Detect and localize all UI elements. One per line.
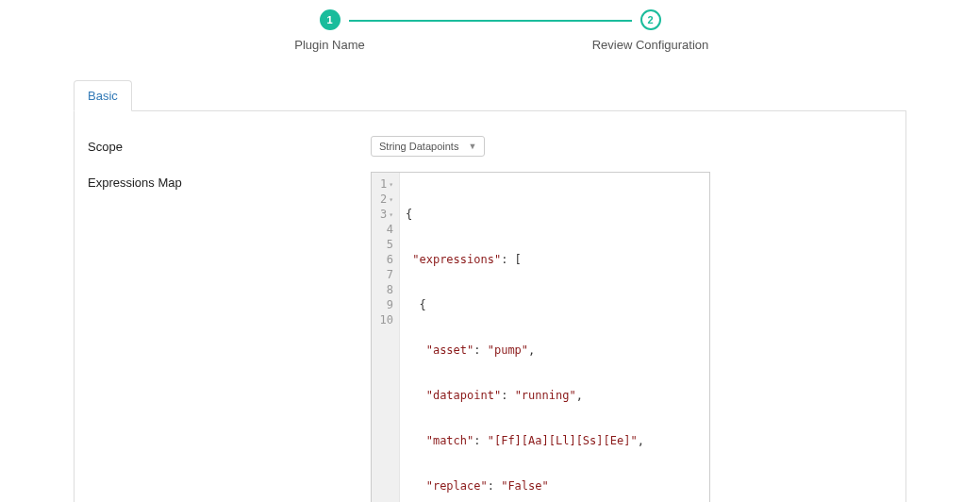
step-2-label: Review Configuration xyxy=(592,38,709,52)
step-1-label: Plugin Name xyxy=(294,38,364,52)
scope-select[interactable]: String Datapoints ▼ xyxy=(371,136,485,157)
chevron-down-icon: ▼ xyxy=(468,142,476,151)
scope-label: Scope xyxy=(88,136,371,154)
expressions-map-label: Expressions Map xyxy=(88,172,371,190)
expressions-map-editor[interactable]: 1▾ 2▾ 3▾ 4 5 6 7 8 9 10 { "expre xyxy=(371,172,710,502)
step-review-configuration: 2 Review Configuration xyxy=(538,9,764,52)
scope-select-value: String Datapoints xyxy=(379,141,458,152)
tabs: Basic xyxy=(74,80,906,111)
config-card: Basic Scope String Datapoints ▼ Expressi… xyxy=(8,80,972,502)
step-plugin-name: 1 Plugin Name xyxy=(217,9,443,52)
editor-gutter: 1▾ 2▾ 3▾ 4 5 6 7 8 9 10 xyxy=(372,173,400,502)
wizard-stepper: 1 Plugin Name 2 Review Configuration xyxy=(0,0,980,61)
step-connector xyxy=(349,20,632,22)
step-1-circle: 1 xyxy=(320,9,341,30)
tab-basic[interactable]: Basic xyxy=(74,80,132,111)
editor-code[interactable]: { "expressions": [ { "asset": "pump", "d… xyxy=(400,173,709,502)
step-2-circle: 2 xyxy=(640,9,661,30)
tab-panel-basic: Scope String Datapoints ▼ Expressions Ma… xyxy=(74,111,906,502)
